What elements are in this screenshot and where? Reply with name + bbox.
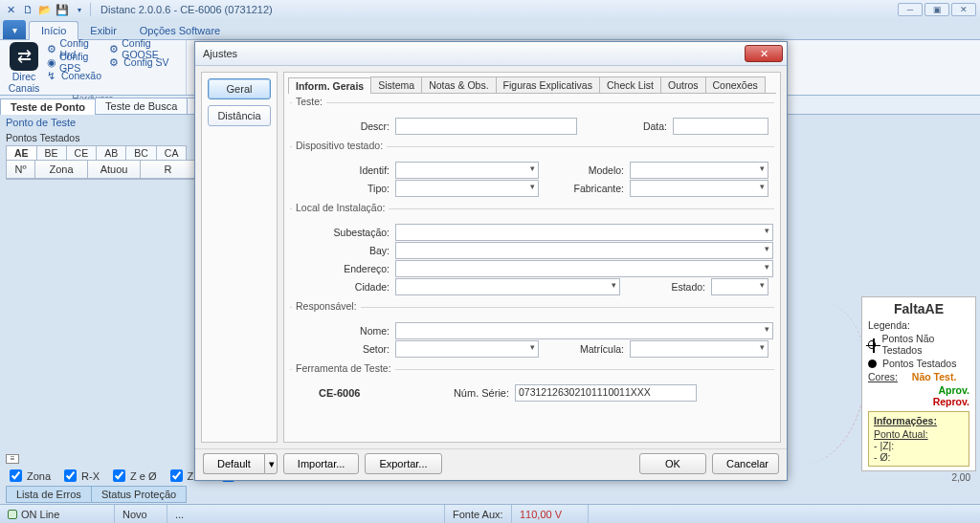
status-bar: ON Line Novo ... Fonte Aux: 110,00 V <box>0 504 980 523</box>
legend-title: FaltaAE <box>868 301 969 316</box>
legend-panel: FaltaAE Legenda: Pontos Não Testados Pon… <box>861 296 976 471</box>
qat-icon-new[interactable]: 🗋 <box>21 3 34 16</box>
legend-label: Legenda: <box>868 319 969 331</box>
info-box: Informações: Ponto Atual: - |Z|: - Ø: <box>868 411 969 467</box>
tab-ae[interactable]: AE <box>6 145 37 160</box>
globe-icon: ◉ <box>47 56 56 68</box>
symbol-not-tested-icon <box>868 340 876 349</box>
identif-select[interactable] <box>395 162 539 179</box>
close-window-button[interactable]: ✕ <box>951 3 976 16</box>
link-icon: ↯ <box>47 70 58 81</box>
dialog-close-button[interactable]: ✕ <box>745 45 783 62</box>
tab-status-protecao[interactable]: Status Proteção <box>91 486 187 503</box>
footer-tabs: Lista de Erros Status Proteção <box>6 486 186 503</box>
tab-ca[interactable]: CA <box>156 145 188 160</box>
status-online: ON Line <box>21 509 59 520</box>
tab-bc[interactable]: BC <box>125 145 157 160</box>
tab-notas[interactable]: Notas & Obs. <box>421 76 496 93</box>
subestacao-select[interactable] <box>395 224 773 241</box>
tab-be[interactable]: BE <box>36 145 67 160</box>
tab-inform-gerais[interactable]: Inform. Gerais <box>288 77 371 94</box>
qat-icon-save[interactable]: 💾 <box>56 3 69 16</box>
ok-button[interactable]: OK <box>639 453 706 474</box>
descr-input[interactable] <box>395 118 577 135</box>
section-dispositivo: Dispositivo testado: <box>292 140 387 151</box>
qat-dropdown-icon[interactable]: ▾ <box>73 3 86 16</box>
tipo-select[interactable] <box>395 180 539 197</box>
tab-ce[interactable]: CE <box>66 145 98 160</box>
titlebar: ✕ 🗋 📂 💾 ▾ Distanc 2.0.0.6 - CE-6006 (073… <box>0 0 980 19</box>
matricula-select[interactable] <box>630 340 768 358</box>
gear-icon: ⚙ <box>109 43 119 54</box>
col-no[interactable]: Nº <box>7 161 35 179</box>
tab-lista-erros[interactable]: Lista de Erros <box>6 486 92 503</box>
direc-canais-icon[interactable]: ⇄ <box>10 42 38 71</box>
modelo-select[interactable] <box>630 162 768 179</box>
maximize-button[interactable]: ▣ <box>924 3 949 16</box>
check-rx[interactable]: R-X <box>60 467 100 485</box>
qat-icon-open[interactable]: 📂 <box>38 3 52 16</box>
tab-figuras[interactable]: Figuras Explicativas <box>496 76 600 93</box>
canais-label: Canais <box>9 82 40 94</box>
tab-teste-busca[interactable]: Teste de Busca <box>95 98 188 114</box>
cidade-select[interactable] <box>395 278 620 295</box>
default-button[interactable]: Default▾ <box>203 453 278 474</box>
dialog-sidebar: Geral Distância <box>201 72 278 443</box>
col-r[interactable]: R <box>141 161 196 179</box>
exportar-button[interactable]: Exportar... <box>365 453 441 474</box>
setor-select[interactable] <box>395 340 539 358</box>
tab-checklist[interactable]: Check List <box>599 76 661 93</box>
estado-select[interactable] <box>711 278 768 295</box>
col-zona[interactable]: Zona <box>35 161 88 179</box>
dialog-footer: Default▾ Importar... Exportar... OK Canc… <box>195 448 787 478</box>
tab-sistema[interactable]: Sistema <box>370 76 422 93</box>
direc-label: Direc <box>12 71 36 82</box>
file-button[interactable]: ▾ <box>3 20 26 39</box>
dialog-titlebar[interactable]: Ajustes ✕ <box>195 42 787 66</box>
minimize-button[interactable]: ─ <box>898 3 923 16</box>
endereco-select[interactable] <box>395 260 773 277</box>
col-atuou[interactable]: Atuou <box>88 161 141 179</box>
default-dropdown-icon[interactable]: ▾ <box>264 453 278 474</box>
numserie-input[interactable]: 07312126302101110011XXX <box>515 384 697 402</box>
tab-outros[interactable]: Outros <box>660 76 706 93</box>
dialog-title: Ajustes <box>203 48 237 59</box>
online-led-icon <box>8 510 17 519</box>
section-ferramenta: Ferramenta de Teste: <box>292 362 395 374</box>
config-goose-button[interactable]: ⚙Config GOOSE <box>106 42 180 55</box>
fabricante-select[interactable] <box>630 180 768 197</box>
status-voltage: 110,00 V <box>512 505 589 523</box>
section-teste: Teste: <box>292 96 326 107</box>
data-input[interactable] <box>673 118 768 135</box>
config-sv-button[interactable]: ⚙Config SV <box>106 55 180 69</box>
symbol-tested-icon <box>868 360 877 368</box>
section-responsavel: Responsável: <box>292 300 361 312</box>
section-local: Local de Instalação: <box>292 202 389 213</box>
tab-conexoes[interactable]: Conexões <box>705 76 766 93</box>
nome-select[interactable] <box>395 322 773 339</box>
gear-icon: ⚙ <box>47 43 56 54</box>
ajustes-dialog: Ajustes ✕ Geral Distância Inform. Gerais… <box>194 41 788 481</box>
status-fonteaux-label: Fonte Aux: <box>445 505 512 523</box>
ce-model: CE-6006 <box>290 387 395 399</box>
check-ze[interactable]: Z e Ø <box>109 467 157 485</box>
status-novo: Novo <box>115 505 167 523</box>
tab-teste-ponto[interactable]: Teste de Ponto <box>0 98 96 115</box>
points-table: Nº Zona Atuou R <box>6 160 197 180</box>
sidebar-geral[interactable]: Geral <box>208 78 271 99</box>
cancelar-button[interactable]: Cancelar <box>712 453 779 474</box>
tab-ab[interactable]: AB <box>96 145 126 160</box>
dialog-tabs: Inform. Gerais Sistema Notas & Obs. Figu… <box>288 76 776 94</box>
gear-icon: ⚙ <box>109 56 121 68</box>
check-zona[interactable]: Zona <box>6 467 51 485</box>
chart-scale-value: 2,00 <box>952 472 970 483</box>
bay-select[interactable] <box>395 242 773 259</box>
importar-button[interactable]: Importar... <box>283 453 360 474</box>
window-title: Distanc 2.0.0.6 - CE-6006 (0731212) <box>100 4 273 15</box>
collapse-toggle[interactable]: ≡ <box>6 454 19 464</box>
conexao-button[interactable]: ↯Conexão <box>44 69 104 82</box>
status-dots: ... <box>167 505 445 523</box>
sidebar-distancia[interactable]: Distância <box>208 105 271 126</box>
qat-icon-app[interactable]: ✕ <box>4 3 17 16</box>
config-gps-button[interactable]: ◉Config GPS <box>44 55 104 69</box>
